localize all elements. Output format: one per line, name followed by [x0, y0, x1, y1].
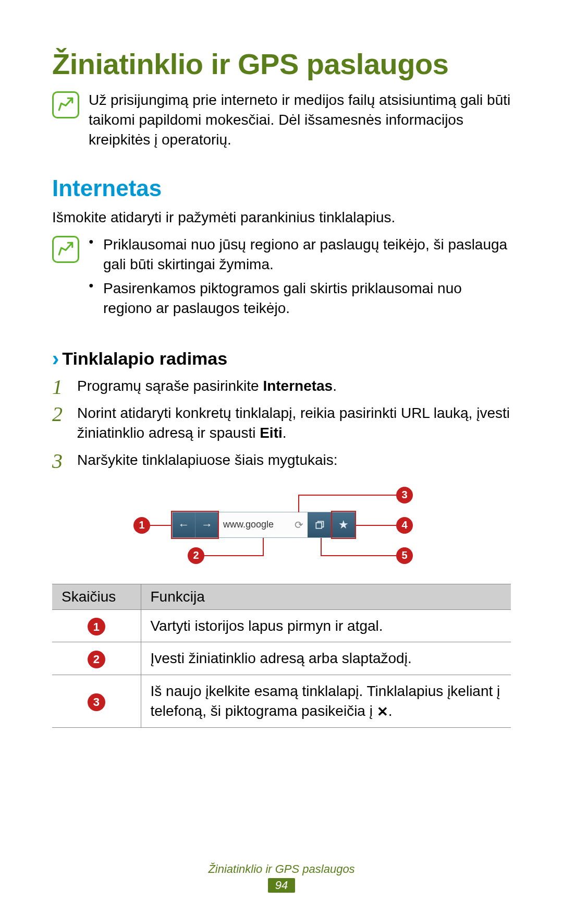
callout-marker: 5 [396, 547, 413, 564]
table-cell-num: 3 [52, 675, 141, 728]
refresh-icon[interactable]: ⟳ [295, 519, 303, 531]
table-cell-num: 2 [52, 642, 141, 675]
callout-line [321, 538, 322, 556]
page-title: Žiniatinklio ir GPS paslaugos [52, 47, 511, 81]
bullet-item: Pasirenkamos piktogramos gali skirtis pr… [89, 279, 511, 318]
step-bold: Eiti [260, 425, 283, 441]
table-row: 2 Įvesti žiniatinklio adresą arba slapta… [52, 642, 511, 675]
page-footer: Žiniatinklio ir GPS paslaugos 94 [0, 862, 563, 893]
table-row: 1 Vartyti istorijos lapus pirmyn ir atga… [52, 609, 511, 642]
step-number: 2 [52, 400, 63, 428]
callout-marker: 1 [133, 517, 150, 534]
table-cell-num: 1 [52, 609, 141, 642]
callout-line [298, 495, 299, 512]
func-text-after: . [388, 703, 393, 719]
steps-list: 1 Programų sąraše pasirinkite Internetas… [52, 376, 511, 470]
step-text: Programų sąraše pasirinkite [77, 378, 263, 394]
right-buttons-group: ★ [308, 512, 356, 537]
note-text: Už prisijungimą prie interneto ir medijo… [89, 90, 511, 149]
page-number: 94 [268, 878, 295, 893]
step-text: Naršykite tinklalapiuose šiais mygtukais… [77, 452, 338, 468]
row-marker-icon: 1 [88, 618, 105, 635]
callout-num: 3 [401, 489, 407, 501]
row-marker-icon: 2 [88, 651, 105, 668]
windows-button[interactable] [308, 512, 332, 537]
step-text-after: . [333, 378, 337, 394]
close-icon: ✕ [377, 703, 388, 721]
note-icon [52, 236, 79, 263]
bookmark-button[interactable]: ★ [332, 512, 356, 537]
step-item: 2 Norint atidaryti konkretų tinklalapį, … [52, 403, 511, 443]
note-bullet-list: Priklausomai nuo jūsų regiono ar paslaug… [89, 235, 511, 322]
table-cell-func: Įvesti žiniatinklio adresą arba slaptažo… [141, 642, 511, 675]
callout-line [321, 555, 396, 556]
subsection-header: › Tinklalapio radimas [52, 348, 511, 369]
table-header: Funkcija [141, 584, 511, 609]
callout-num: 2 [193, 549, 199, 561]
functions-table: Skaičius Funkcija 1 Vartyti istorijos la… [52, 584, 511, 728]
callout-line [204, 555, 264, 556]
step-item: 3 Naršykite tinklalapiuose šiais mygtuka… [52, 450, 511, 470]
chevron-right-icon: › [52, 348, 59, 369]
url-text: www.google [223, 519, 274, 530]
footer-section-name: Žiniatinklio ir GPS paslaugos [0, 862, 563, 876]
section-heading: Internetas [52, 175, 511, 201]
func-text: Iš naujo įkelkite esamą tinklalapį. Tink… [151, 683, 500, 719]
callout-line [298, 495, 396, 496]
step-item: 1 Programų sąraše pasirinkite Internetas… [52, 376, 511, 396]
callout-line [263, 538, 264, 556]
info-note-bullets: Priklausomai nuo jūsų regiono ar paslaug… [52, 235, 511, 322]
browser-toolbar: ← → www.google ⟳ ★ [172, 512, 356, 538]
browser-toolbar-figure: ← → www.google ⟳ ★ 1 2 3 [125, 486, 438, 569]
callout-marker: 3 [396, 487, 413, 503]
table-header-row: Skaičius Funkcija [52, 584, 511, 609]
callout-num: 4 [401, 519, 407, 531]
step-number: 1 [52, 373, 63, 401]
page-content: Žiniatinklio ir GPS paslaugos Už prisiju… [0, 0, 563, 728]
forward-button[interactable]: → [195, 512, 218, 537]
info-note-top: Už prisijungimą prie interneto ir medijo… [52, 90, 511, 149]
step-bold: Internetas [263, 378, 333, 394]
step-text: Norint atidaryti konkretų tinklalapį, re… [77, 405, 510, 441]
svg-rect-0 [316, 522, 322, 528]
url-bar[interactable]: www.google ⟳ [219, 512, 308, 537]
table-cell-func: Iš naujo įkelkite esamą tinklalapį. Tink… [141, 675, 511, 728]
section-intro: Išmokite atidaryti ir pažymėti parankini… [52, 208, 511, 227]
callout-num: 1 [139, 519, 144, 531]
step-text-after: . [283, 425, 287, 441]
table-header: Skaičius [52, 584, 141, 609]
back-button[interactable]: ← [173, 512, 195, 537]
subsection-heading: Tinklalapio radimas [62, 349, 227, 369]
bullet-item: Priklausomai nuo jūsų regiono ar paslaug… [89, 235, 511, 274]
callout-marker: 4 [396, 517, 413, 534]
row-marker-icon: 3 [88, 693, 105, 711]
note-icon [52, 91, 79, 118]
callout-marker: 2 [188, 547, 204, 564]
callout-line [356, 525, 396, 526]
callout-line [150, 525, 171, 526]
table-cell-func: Vartyti istorijos lapus pirmyn ir atgal. [141, 609, 511, 642]
nav-buttons-group: ← → [173, 512, 219, 537]
callout-num: 5 [401, 549, 407, 561]
table-row: 3 Iš naujo įkelkite esamą tinklalapį. Ti… [52, 675, 511, 728]
step-number: 3 [52, 447, 63, 475]
